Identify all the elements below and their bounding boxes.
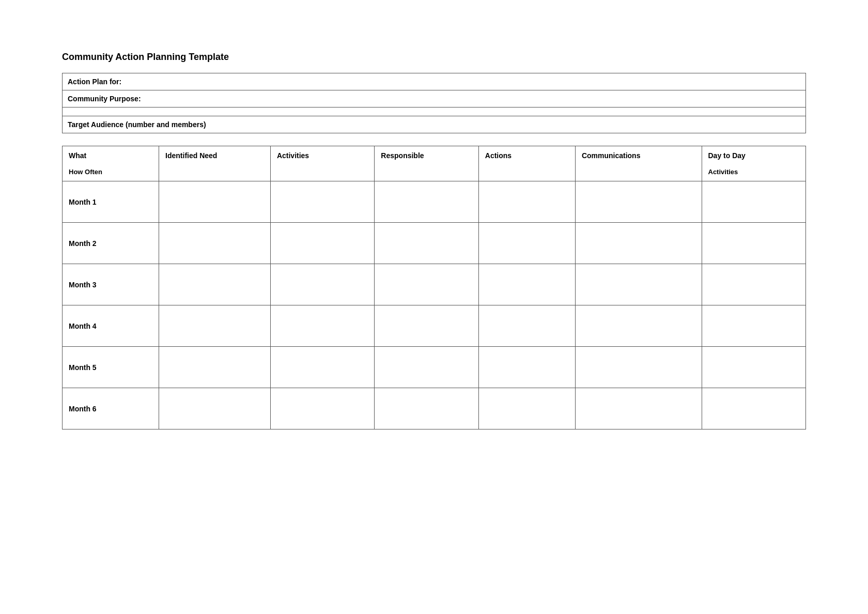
row-cell-2 (270, 181, 374, 223)
table-row: Month 4 (63, 305, 806, 347)
row-cell-5 (575, 305, 702, 347)
table-row: Month 2 (63, 223, 806, 264)
community-purpose-label: Community Purpose: (63, 90, 806, 108)
row-cell-3 (375, 264, 478, 305)
col-what-howoften: What How Often (63, 146, 159, 181)
row-cell-1 (159, 264, 271, 305)
row-month-label: Month 6 (63, 388, 159, 429)
row-cell-4 (478, 264, 575, 305)
col-identified-need: Identified Need (159, 146, 271, 181)
row-cell-3 (375, 347, 478, 388)
row-cell-4 (478, 388, 575, 429)
row-month-label: Month 4 (63, 305, 159, 347)
table-header-row: What How Often Identified Need Activitie… (63, 146, 806, 181)
col-activities: Activities (270, 146, 374, 181)
col-responsible: Responsible (375, 146, 478, 181)
table-row: Month 6 (63, 388, 806, 429)
row-cell-6 (702, 347, 806, 388)
row-cell-3 (375, 305, 478, 347)
row-cell-6 (702, 305, 806, 347)
row-cell-5 (575, 264, 702, 305)
info-table: Action Plan for: Community Purpose: Targ… (62, 73, 806, 133)
row-month-label: Month 3 (63, 264, 159, 305)
row-cell-1 (159, 347, 271, 388)
row-cell-2 (270, 305, 374, 347)
row-cell-4 (478, 347, 575, 388)
row-month-label: Month 2 (63, 223, 159, 264)
row-cell-2 (270, 223, 374, 264)
row-cell-1 (159, 305, 271, 347)
target-audience-row: Target Audience (number and members) (63, 116, 806, 133)
row-cell-2 (270, 347, 374, 388)
row-cell-3 (375, 223, 478, 264)
col-actions: Actions (478, 146, 575, 181)
table-row: Month 3 (63, 264, 806, 305)
row-cell-1 (159, 388, 271, 429)
col-day-to-day: Day to Day Activities (702, 146, 806, 181)
table-row: Month 1 (63, 181, 806, 223)
row-cell-5 (575, 388, 702, 429)
row-cell-1 (159, 223, 271, 264)
target-audience-label: Target Audience (number and members) (63, 116, 806, 133)
action-plan-row: Action Plan for: (63, 73, 806, 90)
row-cell-4 (478, 305, 575, 347)
row-cell-5 (575, 181, 702, 223)
row-cell-6 (702, 181, 806, 223)
row-cell-5 (575, 347, 702, 388)
col-communications: Communications (575, 146, 702, 181)
row-cell-2 (270, 388, 374, 429)
row-cell-3 (375, 181, 478, 223)
row-cell-5 (575, 223, 702, 264)
row-cell-6 (702, 223, 806, 264)
row-cell-3 (375, 388, 478, 429)
row-cell-4 (478, 223, 575, 264)
main-planning-table: What How Often Identified Need Activitie… (62, 146, 806, 429)
row-cell-2 (270, 264, 374, 305)
row-month-label: Month 1 (63, 181, 159, 223)
community-purpose-row: Community Purpose: (63, 90, 806, 108)
row-cell-1 (159, 181, 271, 223)
table-row: Month 5 (63, 347, 806, 388)
page-title: Community Action Planning Template (62, 52, 806, 63)
row-cell-6 (702, 388, 806, 429)
row-cell-6 (702, 264, 806, 305)
row-month-label: Month 5 (63, 347, 159, 388)
row-cell-4 (478, 181, 575, 223)
action-plan-label: Action Plan for: (63, 73, 806, 90)
spacer-row (63, 108, 806, 116)
